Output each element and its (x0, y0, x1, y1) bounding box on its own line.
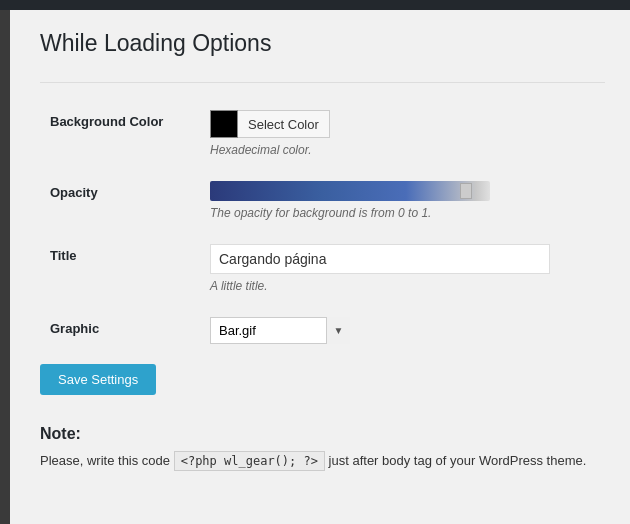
divider (40, 82, 605, 83)
opacity-row: Opacity The opacity for background is fr… (40, 169, 605, 232)
title-description: A little title. (210, 279, 595, 293)
note-text: Please, write this code <?php wl_gear();… (40, 451, 605, 472)
page-wrapper: While Loading Options Background Color S… (10, 10, 630, 524)
admin-bar (0, 0, 630, 10)
color-picker-row: Select Color (210, 110, 595, 138)
save-settings-button[interactable]: Save Settings (40, 364, 156, 395)
graphic-select-wrapper: Bar.gif Spinner.gif Loading.gif ▼ (210, 317, 350, 344)
note-text-before: Please, write this code (40, 453, 174, 468)
select-color-button[interactable]: Select Color (238, 110, 330, 138)
title-field: A little title. (200, 232, 605, 305)
graphic-field: Bar.gif Spinner.gif Loading.gif ▼ (200, 305, 605, 356)
background-color-field: Select Color Hexadecimal color. (200, 98, 605, 169)
note-text-after: just after body tag of your WordPress th… (329, 453, 587, 468)
graphic-row: Graphic Bar.gif Spinner.gif Loading.gif … (40, 305, 605, 356)
page-title: While Loading Options (40, 30, 605, 62)
note-title: Note: (40, 425, 605, 443)
note-section: Note: Please, write this code <?php wl_g… (40, 425, 605, 472)
graphic-label: Graphic (40, 305, 200, 356)
title-row: Title A little title. (40, 232, 605, 305)
color-swatch[interactable] (210, 110, 238, 138)
title-label: Title (40, 232, 200, 305)
background-color-row: Background Color Select Color Hexadecima… (40, 98, 605, 169)
opacity-label: Opacity (40, 169, 200, 232)
graphic-select[interactable]: Bar.gif Spinner.gif Loading.gif (210, 317, 350, 344)
title-input[interactable] (210, 244, 550, 274)
opacity-field: The opacity for background is from 0 to … (200, 169, 605, 232)
options-table: Background Color Select Color Hexadecima… (40, 98, 605, 356)
opacity-description: The opacity for background is from 0 to … (210, 206, 595, 220)
background-color-description: Hexadecimal color. (210, 143, 595, 157)
opacity-slider-handle[interactable] (460, 183, 472, 199)
opacity-slider-track[interactable] (210, 181, 490, 201)
background-color-label: Background Color (40, 98, 200, 169)
opacity-slider-container (210, 181, 490, 201)
note-code-snippet: <?php wl_gear(); ?> (174, 451, 325, 471)
